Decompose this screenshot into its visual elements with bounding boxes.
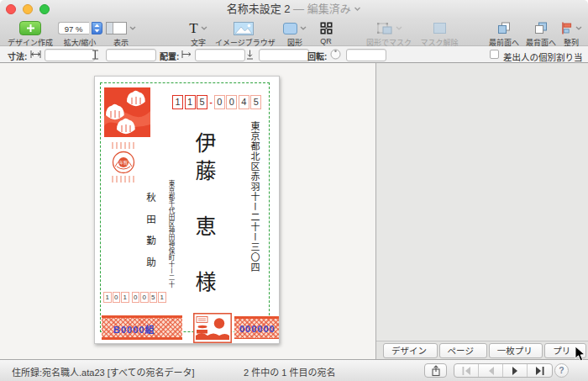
postal-digit-box: 5 — [150, 292, 158, 303]
postcard-preview[interactable]: 年賀 1 1 5 - 0 0 4 5 東京都北区赤羽十ー二十ー三〇四 伊藤 恵 … — [94, 76, 280, 344]
zoom-level-field[interactable]: 97 % — [58, 22, 89, 34]
mouse-cursor — [575, 346, 585, 362]
rotation-input[interactable] — [346, 49, 386, 61]
text-tool-button[interactable]: T 文字 — [178, 19, 218, 48]
align-icon — [561, 22, 573, 34]
x-position-input[interactable] — [195, 49, 245, 61]
lottery-right-text: 000000 — [239, 324, 276, 334]
mask-release-icon — [433, 23, 446, 34]
mask-with-shape-button[interactable]: 図形でマスク — [361, 19, 417, 48]
nenga-label: 年賀 — [119, 160, 128, 166]
chevron-down-icon — [575, 26, 582, 30]
rotate-label: 回転: — [307, 50, 327, 62]
width-icon — [30, 50, 41, 59]
postal-digit-box: 0 — [226, 95, 237, 109]
qr-button[interactable]: QR — [314, 19, 338, 45]
settings-panel: デザイン設定 ページ設定 一枚プリント プリント — [376, 63, 588, 359]
design-canvas[interactable]: 年賀 1 1 5 - 0 0 4 5 東京都北区赤羽十ー二十ー三〇四 伊藤 恵 … — [0, 63, 375, 359]
chevron-down-icon — [396, 26, 402, 30]
postal-digit-box: 5 — [197, 95, 207, 109]
window-title: 名称未設定 2 — [227, 3, 291, 15]
postal-digit-box: 0 — [214, 95, 225, 109]
chevron-down-icon — [201, 26, 207, 30]
postal-digit-box: 1 — [103, 292, 112, 303]
postal-digit-box: 0 — [140, 292, 149, 303]
align-button[interactable]: 整列 — [556, 19, 586, 48]
postal-digit-box: 1 — [172, 95, 183, 109]
address-book-status: 住所録:宛名職人.ata23 [すべての宛名データ] — [12, 365, 195, 378]
window-edited-status: — 編集済み — [290, 3, 350, 15]
main-area: 年賀 1 1 5 - 0 0 4 5 東京都北区赤羽十ー二十ー三〇四 伊藤 恵 … — [0, 63, 588, 359]
previous-record-icon — [487, 367, 495, 375]
recipient-name-text[interactable]: 伊藤 恵 様 — [188, 132, 218, 299]
record-navigation — [454, 363, 553, 378]
postal-digit-box: 1 — [158, 292, 166, 303]
plus-icon — [19, 21, 41, 35]
sender-address-text[interactable]: 東京都千代田区神田神保町十ー二十 — [166, 180, 176, 288]
bottom-center-illustration — [193, 313, 232, 343]
panel-button-bar: デザイン設定 ページ設定 一枚プリント プリント — [376, 341, 588, 359]
chevron-down-icon — [129, 26, 136, 30]
bring-to-front-button[interactable]: 最前面へ — [486, 19, 522, 48]
format-bar: 寸法: 配置: 回転: 差出人の個別割り当て — [0, 46, 588, 63]
first-record-button[interactable] — [454, 364, 479, 377]
design-create-button[interactable]: デザイン作成 — [7, 19, 54, 48]
postal-digit-box: 0 — [113, 292, 121, 303]
next-record-button[interactable] — [503, 364, 528, 377]
postal-digit-box: 4 — [239, 95, 249, 109]
lottery-left-text: B0000組 — [113, 322, 155, 336]
view-panel-icon — [106, 22, 127, 34]
sender-postal-code-boxes[interactable]: 1 0 1 0 0 5 1 — [103, 292, 167, 303]
titlebar: 名称未設定 2 — 編集済み — [0, 0, 588, 19]
new-year-stamp-graphic[interactable] — [104, 87, 150, 137]
dimension-label: 寸法: — [8, 50, 27, 62]
status-bar: 住所録:宛名職人.ata23 [すべての宛名データ] 2 件中の 1 件目の宛名… — [0, 359, 588, 381]
width-input[interactable] — [45, 49, 95, 61]
help-button[interactable]: ? — [554, 363, 569, 378]
bring-to-front-icon — [497, 22, 511, 34]
send-to-back-icon — [534, 22, 548, 34]
mask-with-shape-icon — [376, 22, 393, 34]
sender-individual-checkbox[interactable] — [490, 50, 499, 59]
page-settings-button[interactable]: ページ設定 — [439, 343, 487, 358]
send-to-back-button[interactable]: 最背面へ — [522, 19, 559, 48]
postal-digit-box: 1 — [185, 95, 196, 109]
rotation-dial[interactable] — [330, 49, 341, 60]
height-input[interactable] — [106, 49, 156, 61]
arrange-label: 配置: — [160, 50, 179, 62]
qr-code-icon — [320, 22, 333, 34]
previous-record-button[interactable] — [479, 364, 503, 377]
share-button[interactable] — [424, 363, 447, 378]
recipient-postal-code-boxes[interactable]: 1 1 5 - 0 0 4 5 — [172, 95, 263, 109]
last-record-icon — [535, 367, 544, 375]
design-settings-button[interactable]: デザイン設定 — [383, 343, 438, 358]
y-position-icon — [245, 50, 255, 60]
view-button[interactable]: 表示 — [99, 19, 143, 48]
title-chevron-down-icon[interactable] — [354, 7, 361, 12]
sender-name-text[interactable]: 秋田勤助 — [144, 193, 157, 278]
share-icon — [431, 365, 441, 377]
nenga-emblem-graphic[interactable]: 年賀 — [109, 142, 138, 183]
mask-release-button[interactable]: マスク解除 — [417, 19, 462, 48]
postal-digit-box: 0 — [132, 292, 140, 303]
image-browser-button[interactable]: イメージブラウザ — [215, 19, 272, 48]
shape-tool-button[interactable]: 図形 — [276, 19, 314, 48]
single-print-button[interactable]: 一枚プリント — [489, 343, 543, 358]
chevron-down-icon — [300, 26, 307, 30]
postal-digit-box: 5 — [250, 95, 261, 109]
image-browser-icon — [234, 22, 254, 35]
text-T-icon: T — [189, 21, 197, 35]
last-record-button[interactable] — [528, 364, 552, 377]
app-window: 名称未設定 2 — 編集済み デザイン作成 97 % 拡大/縮小 表示 T 文字… — [0, 0, 588, 381]
shape-square-icon — [283, 23, 297, 34]
zoom-control: 97 % 拡大/縮小 — [55, 19, 104, 48]
main-toolbar: デザイン作成 97 % 拡大/縮小 表示 T 文字 イメージブラウザ 図形 QR — [0, 19, 588, 46]
y-position-input[interactable] — [259, 49, 309, 61]
recipient-address-text[interactable]: 東京都北区赤羽十ー二十ー三〇四 — [248, 121, 261, 273]
window-title-area: 名称未設定 2 — 編集済み — [0, 0, 588, 19]
height-icon — [91, 50, 100, 60]
next-record-icon — [512, 367, 519, 375]
record-position-status: 2 件中の 1 件目の宛名 — [244, 365, 335, 378]
postal-hyphen: - — [210, 98, 213, 107]
first-record-icon — [462, 367, 471, 375]
